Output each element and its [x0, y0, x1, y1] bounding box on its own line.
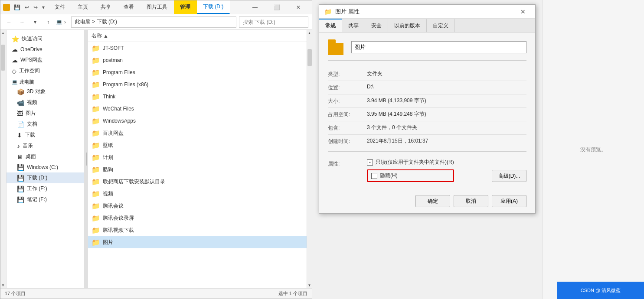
- folder-icon: 📁: [92, 166, 100, 174]
- sidebar-item-notes-f[interactable]: 💾 笔记 (F:): [7, 194, 84, 205]
- dialog-title-text: 图片 属性: [335, 8, 360, 16]
- sidebar-item-work-e[interactable]: 💾 工作 (E:): [7, 183, 84, 194]
- file-item-pictures[interactable]: 📁 图片: [88, 236, 307, 248]
- folder-body: [328, 43, 343, 55]
- tab-home[interactable]: 主页: [72, 0, 95, 14]
- dialog-title-bar: 📁 图片 属性 ✕: [319, 5, 535, 19]
- sidebar-item-pictures[interactable]: 🖼 图片: [7, 108, 84, 119]
- documents-icon: 📄: [17, 121, 24, 128]
- sidebar-item-video[interactable]: 📹 视频: [7, 97, 84, 108]
- minimize-button[interactable]: —: [245, 0, 265, 14]
- file-item-tencent-recording[interactable]: 📁 腾讯会议录屏: [88, 212, 307, 224]
- scroll-thumb[interactable]: [1, 45, 5, 71]
- title-bar-left: 💾 ↩ ↪ ▾: [0, 0, 49, 14]
- size-value: 3.94 MB (4,133,909 字节): [367, 97, 526, 104]
- undo-icon[interactable]: ↩: [23, 3, 30, 11]
- readonly-checkbox[interactable]: [367, 159, 373, 166]
- resize-handle[interactable]: [85, 30, 88, 288]
- file-list-header[interactable]: 名称 ▲: [88, 30, 307, 42]
- attributes-row: 属性: 只读(仅应用于文件夹中的文件)(R) 隐藏(H) 高级(D)...: [328, 155, 526, 184]
- folder-icon: 📁: [92, 105, 100, 113]
- scroll-up-arrow[interactable]: ▲: [307, 30, 312, 36]
- dialog-tab-previous[interactable]: 以前的版本: [388, 19, 427, 32]
- dropdown-icon[interactable]: ▾: [41, 3, 46, 11]
- dialog-title-left: 📁 图片 属性: [324, 8, 360, 16]
- search-input[interactable]: [239, 16, 308, 28]
- file-item-program-files[interactable]: 📁 Program Files: [88, 66, 307, 78]
- file-item-video-folder[interactable]: 📁 视频: [88, 188, 307, 200]
- file-item-wallpaper[interactable]: 📁 壁纸: [88, 139, 307, 151]
- scroll-up[interactable]: ▲: [0, 30, 6, 36]
- advanced-button[interactable]: 高级(D)...: [492, 170, 526, 182]
- dialog-tab-general[interactable]: 常规: [319, 19, 342, 32]
- sidebar-item-onedrive[interactable]: ☁ OneDrive: [7, 44, 84, 55]
- dialog-tab-share[interactable]: 共享: [342, 19, 365, 32]
- forward-button[interactable]: →: [17, 17, 27, 27]
- prop-location: 位置: D:\: [328, 81, 526, 94]
- scroll-thumb[interactable]: [307, 49, 312, 66]
- tab-view[interactable]: 查看: [118, 0, 141, 14]
- sidebar-item-quick-access[interactable]: ⭐ 快速访问: [7, 33, 84, 44]
- file-item-wechat[interactable]: 📁 WeChat Files: [88, 103, 307, 115]
- maximize-button[interactable]: ⬜: [267, 0, 287, 14]
- dialog-tab-security[interactable]: 安全: [365, 19, 388, 32]
- file-item-tencent-video[interactable]: 📁 腾讯视频下载: [88, 224, 307, 236]
- type-label: 类型:: [328, 70, 367, 78]
- tab-download-d[interactable]: 下载 (D:): [197, 0, 230, 14]
- recent-button[interactable]: ▾: [30, 17, 40, 27]
- folder-title-icon: [3, 4, 10, 11]
- dialog-tab-custom[interactable]: 自定义: [427, 19, 455, 32]
- tab-share[interactable]: 共享: [95, 0, 118, 14]
- file-item-windowsapps[interactable]: 📁 WindowsApps: [88, 115, 307, 127]
- address-input[interactable]: [71, 16, 236, 28]
- drive-e-icon: 💾: [17, 185, 24, 192]
- ok-button[interactable]: 确定: [415, 195, 450, 207]
- back-button[interactable]: ←: [4, 17, 14, 27]
- folder-tab: [328, 39, 336, 44]
- file-item-program-files-x86[interactable]: 📁 Program Files (x86): [88, 78, 307, 91]
- sidebar-this-pc: 💻 此电脑: [7, 76, 84, 86]
- redo-icon[interactable]: ↪: [32, 3, 39, 11]
- dialog-close-button[interactable]: ✕: [516, 5, 530, 19]
- scroll-down[interactable]: ▼: [0, 282, 6, 288]
- file-item-think[interactable]: 📁 Think: [88, 91, 307, 103]
- dialog-folder-icon-container: [328, 39, 345, 55]
- file-item-postman[interactable]: 📁 postman: [88, 54, 307, 66]
- tab-picture-tools[interactable]: 图片工具: [141, 0, 174, 14]
- created-label: 创建时间:: [328, 137, 367, 145]
- save-icon[interactable]: 💾: [13, 3, 22, 11]
- explorer-close-button[interactable]: ✕: [288, 0, 308, 14]
- sidebar-item-desktop[interactable]: 🖥 桌面: [7, 151, 84, 162]
- file-item-jt-soft[interactable]: 📁 JT-SOFT: [88, 42, 307, 54]
- sidebar-item-downloads[interactable]: ⬇ 下载: [7, 130, 84, 140]
- sidebar-item-download-d[interactable]: 💾 下载 (D:): [7, 172, 84, 183]
- main-area: ▲ ▼ ⭐ 快速访问 ☁ OneDrive ☁ WPS网盘 ◇ 工作空间: [0, 30, 312, 288]
- up-button[interactable]: ↑: [43, 17, 53, 27]
- tab-manage[interactable]: 管理: [174, 0, 197, 14]
- title-bar: 💾 ↩ ↪ ▾ 文件 主页 共享 查看 图片工具 管理 下载 (D:) — ⬜ …: [0, 0, 312, 14]
- folder-name-input[interactable]: [351, 41, 526, 53]
- file-item-kugou[interactable]: 📁 酷狗: [88, 163, 307, 176]
- sidebar-item-workspace[interactable]: ◇ 工作空间: [7, 65, 84, 76]
- ribbon-tabs: 文件 主页 共享 查看 图片工具 管理 下载 (D:): [49, 0, 230, 14]
- prop-size: 大小: 3.94 MB (4,133,909 字节): [328, 94, 526, 108]
- folder-icon: 📁: [92, 153, 100, 162]
- file-item-plan[interactable]: 📁 计划: [88, 151, 307, 163]
- readonly-checkbox-row: 只读(仅应用于文件夹中的文件)(R): [367, 159, 454, 166]
- sidebar-item-documents[interactable]: 📄 文档: [7, 119, 84, 130]
- sidebar-item-windows-c[interactable]: 💾 Windows (C:): [7, 162, 84, 172]
- scroll-down-arrow[interactable]: ▼: [307, 282, 312, 288]
- cancel-button[interactable]: 取消: [454, 195, 488, 207]
- sidebar-item-wps[interactable]: ☁ WPS网盘: [7, 55, 84, 65]
- file-item-baidu[interactable]: 📁 百度网盘: [88, 127, 307, 139]
- title-bar-right: — ⬜ ✕: [242, 0, 312, 14]
- advanced-btn-container: 高级(D)...: [492, 170, 526, 182]
- folder-icon: 📁: [92, 178, 100, 186]
- file-item-tencent-meeting[interactable]: 📁 腾讯会议: [88, 200, 307, 212]
- hidden-checkbox[interactable]: [371, 173, 377, 179]
- file-item-lenovo[interactable]: 📁 联想商店下载安装默认目录: [88, 176, 307, 188]
- sidebar-item-3d[interactable]: 📦 3D 对象: [7, 86, 84, 97]
- sidebar-item-music[interactable]: ♪ 音乐: [7, 140, 84, 151]
- tab-file[interactable]: 文件: [49, 0, 72, 14]
- apply-button[interactable]: 应用(A): [492, 195, 526, 207]
